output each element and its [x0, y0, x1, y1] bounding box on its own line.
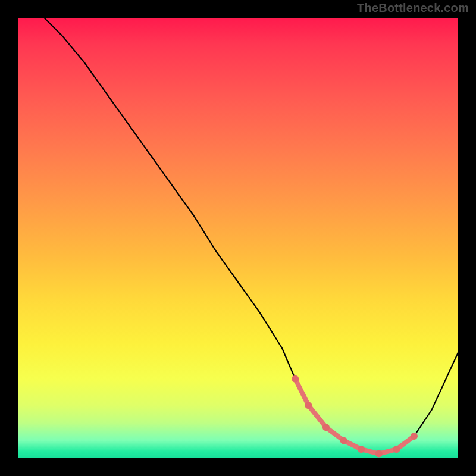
plot-area — [18, 18, 458, 458]
optimal-dot — [292, 375, 299, 383]
optimal-dot — [393, 446, 400, 453]
bottleneck-curve-line — [44, 18, 458, 454]
optimal-zone-highlight — [295, 379, 414, 454]
optimal-dot — [411, 433, 418, 440]
optimal-dot — [340, 437, 347, 444]
optimal-dot — [322, 424, 330, 431]
optimal-dot — [305, 402, 312, 409]
chart-svg — [18, 18, 458, 458]
chart-frame: TheBottleneck.com — [0, 0, 476, 476]
optimal-dot — [375, 450, 383, 458]
watermark-text: TheBottleneck.com — [357, 1, 469, 15]
optimal-dot — [358, 446, 365, 453]
